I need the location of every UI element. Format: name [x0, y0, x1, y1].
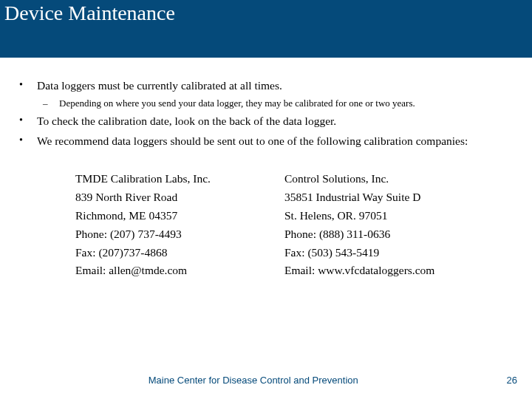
slide-content: Data loggers must be currently calibrate…	[0, 58, 532, 280]
company-addr2: Richmond, ME 04357	[75, 207, 211, 225]
company-name: TMDE Calibration Labs, Inc.	[75, 170, 211, 188]
company-email: Email: www.vfcdataloggers.com	[284, 262, 434, 280]
bullet-text: Data loggers must be currently calibrate…	[37, 79, 282, 92]
bullet-item: We recommend data loggers should be sent…	[12, 134, 520, 149]
company-left: TMDE Calibration Labs, Inc. 839 North Ri…	[75, 170, 211, 280]
bullet-item: Data loggers must be currently calibrate…	[12, 78, 520, 109]
bullet-text: To check the calibration date, look on t…	[37, 115, 336, 127]
bullet-list: Data loggers must be currently calibrate…	[12, 78, 520, 149]
company-phone: Phone: (207) 737-4493	[75, 225, 211, 244]
sub-bullet-item: Depending on where you send your data lo…	[37, 97, 520, 110]
company-name: Control Solutions, Inc.	[284, 170, 434, 188]
slide-title-bar: Device Maintenance	[0, 0, 532, 58]
company-addr1: 839 North River Road	[75, 188, 211, 207]
company-fax: Fax: (207)737-4868	[75, 244, 211, 262]
page-number: 26	[507, 375, 517, 386]
company-right: Control Solutions, Inc. 35851 Industrial…	[284, 170, 434, 280]
company-addr1: 35851 Industrial Way Suite D	[284, 188, 434, 207]
company-email: Email: allen@tmde.com	[75, 262, 211, 280]
slide-title: Device Maintenance	[4, 1, 175, 24]
companies-row: TMDE Calibration Labs, Inc. 839 North Ri…	[75, 170, 520, 280]
sub-bullet-text: Depending on where you send your data lo…	[59, 98, 415, 109]
company-fax: Fax: (503) 543-5419	[284, 244, 434, 262]
footer: Maine Center for Disease Control and Pre…	[0, 375, 532, 386]
bullet-item: To check the calibration date, look on t…	[12, 114, 520, 129]
sub-bullet-list: Depending on where you send your data lo…	[37, 97, 520, 110]
footer-org: Maine Center for Disease Control and Pre…	[0, 375, 507, 386]
company-addr2: St. Helens, OR. 97051	[284, 207, 434, 225]
bullet-text: We recommend data loggers should be sent…	[37, 134, 468, 147]
company-phone: Phone: (888) 311-0636	[284, 225, 434, 244]
